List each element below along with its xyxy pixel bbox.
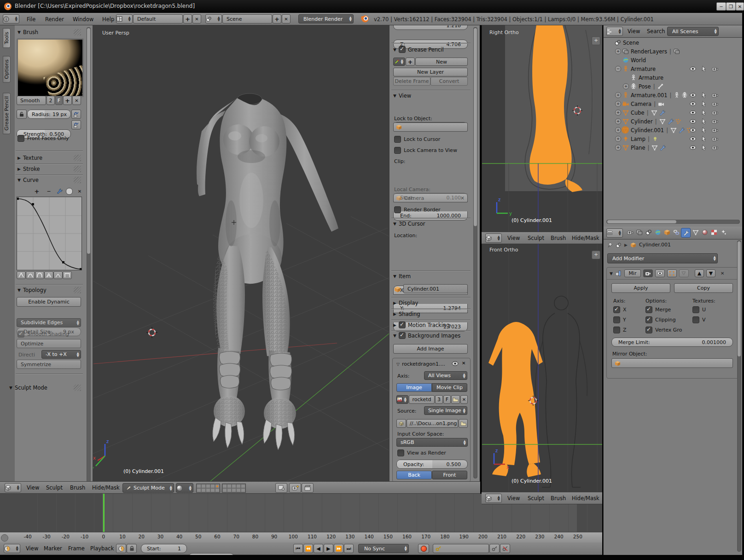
editor-type-button[interactable]: ▲▼ [485, 494, 502, 503]
grease-pencil-new-button[interactable]: New [415, 58, 468, 66]
layout-delete-button[interactable] [192, 14, 201, 23]
axis-checkbox[interactable]: Z [613, 327, 627, 333]
viewport-menu-sculpt[interactable]: Sculpt [46, 484, 63, 491]
curve-preset-sharp[interactable] [17, 271, 26, 279]
brush-fake-user-button[interactable]: F [55, 96, 63, 105]
outliner-item-lamp[interactable]: +Lamp| [604, 134, 743, 143]
curve-preset-round[interactable] [35, 271, 44, 279]
brush-preview[interactable] [17, 38, 84, 97]
lock-frame-range-button[interactable] [127, 544, 137, 553]
bg-image-remove-button[interactable] [462, 360, 465, 366]
colorspace-select[interactable]: sRGB▲▼ [396, 438, 468, 447]
option-checkbox[interactable]: Merge [645, 306, 682, 313]
delete-frame-button[interactable]: Delete Frame [393, 77, 430, 86]
viewport-front-ortho[interactable]: zx Front Ortho (0) Cylinder.001 + [482, 244, 602, 492]
timeline-editor-type-button[interactable]: ▲▼ [4, 544, 20, 553]
next-keyframe-button[interactable]: ⏩ [334, 544, 343, 553]
expand-toggle[interactable]: + [615, 145, 621, 151]
scene-add-button[interactable] [273, 14, 281, 23]
selectability-pointer-icon[interactable] [701, 110, 708, 116]
outliner-menu-search[interactable]: Search [647, 28, 665, 35]
image-users-button[interactable]: 3 [435, 395, 443, 404]
render-engine-select[interactable]: Blender Render ▲▼ [298, 14, 354, 23]
renderability-camera-icon[interactable] [712, 92, 719, 98]
render-opengl-anim-button[interactable] [302, 483, 314, 493]
visibility-eye-icon[interactable] [690, 145, 697, 151]
keying-set-field[interactable] [433, 544, 489, 553]
curve-panel-header[interactable]: ▼Curve [17, 177, 39, 183]
outliner-item-label[interactable]: Armature.001 [631, 92, 668, 99]
expand-toggle[interactable]: + [615, 101, 621, 107]
tab-grease-pencil[interactable]: Grease Pencil [3, 93, 11, 134]
menu-view[interactable]: View [507, 235, 520, 241]
curve-preset-constant[interactable] [63, 271, 72, 279]
view-panel-header[interactable]: ▼View [393, 93, 411, 99]
outliner-item-label[interactable]: Lamp [631, 136, 645, 142]
option-checkbox[interactable]: Clipping [645, 316, 682, 323]
copy-button[interactable]: Copy [674, 283, 733, 293]
visibility-eye-icon[interactable] [690, 136, 697, 142]
panel-drag-widget[interactable] [74, 166, 81, 172]
selectability-pointer-icon[interactable] [701, 145, 708, 151]
scene-balls-icon[interactable] [616, 242, 622, 248]
grease-pencil-panel-header[interactable]: ▼Grease Pencil [393, 46, 444, 53]
layout-add-button[interactable] [183, 14, 192, 23]
menu-file[interactable]: File [27, 16, 35, 23]
prev-keyframe-button[interactable]: ⏪ [303, 544, 313, 553]
menu-sculpt[interactable]: Sculpt [528, 235, 544, 241]
outliner-item-label[interactable]: Armature [639, 75, 663, 81]
brush-unlink-button[interactable] [72, 96, 81, 105]
sculpt-mode-panel-header[interactable]: ▼Sculpt Mode [9, 385, 47, 391]
outliner-item-cube[interactable]: +Cube| [604, 108, 743, 117]
properties-tab-scene[interactable] [644, 228, 653, 237]
curve-preset-root[interactable] [44, 271, 53, 279]
brush-panel-header[interactable]: ▼Brush [17, 29, 38, 35]
transform-y-field[interactable]: 1.218 [393, 25, 468, 30]
symmetrize-direction-select[interactable]: -X to +X▲▼ [41, 350, 81, 359]
expand-toggle[interactable]: + [615, 92, 621, 98]
menu-brush[interactable]: Brush [551, 495, 566, 502]
modifier-move-up-button[interactable]: ▲ [695, 269, 704, 277]
screen-layout-field[interactable]: Default [133, 14, 183, 23]
renderability-camera-icon[interactable] [712, 110, 719, 116]
curve-tools-wrench-icon[interactable] [56, 188, 63, 194]
editor-type-button[interactable]: ▲▼ [5, 483, 21, 492]
local-camera-field[interactable]: Camera✕ [393, 193, 468, 203]
grease-pencil-enable-checkbox[interactable] [399, 46, 406, 53]
outliner-item-label[interactable]: Armature [631, 66, 656, 72]
outliner-menu-view[interactable]: View [628, 28, 640, 35]
visibility-eye-icon[interactable] [690, 66, 697, 72]
timeline-menu-playback[interactable]: Playback [90, 545, 114, 552]
n-panel-scrollbar[interactable] [473, 27, 477, 478]
menu-render[interactable]: Render [45, 16, 64, 23]
panel-drag-widget[interactable] [74, 29, 81, 35]
curve-clipping-toggle[interactable] [66, 188, 73, 195]
modifier-name-field[interactable]: Mir [624, 269, 641, 277]
curve-delete-button[interactable] [76, 187, 84, 195]
filepath-field[interactable]: //..\Docu…on1.png [407, 419, 458, 428]
panel-plus-tab[interactable]: + [592, 251, 600, 259]
menu-window[interactable]: Window [73, 16, 93, 23]
scene-delete-button[interactable] [282, 14, 291, 23]
modifier-cage-toggle[interactable] [679, 269, 689, 277]
outliner-item-label[interactable]: Pose [639, 83, 651, 90]
lock-camera-to-view-checkbox[interactable]: Lock Camera to View [394, 147, 457, 154]
opacity-slider[interactable]: Opacity:0.500 [396, 460, 468, 469]
viewport-right-ortho[interactable]: zy Right Ortho (0) Cylinder.001 + [482, 25, 602, 232]
source-select[interactable]: Single Image▲▼ [424, 406, 467, 415]
viewport-shading-select[interactable]: ▲▼ [176, 483, 193, 493]
visibility-eye-icon[interactable] [690, 101, 697, 107]
outliner-scope-select[interactable]: All Scenes▲▼ [667, 27, 719, 36]
minimize-button[interactable]: ─ [716, 2, 726, 11]
breadcrumb-object[interactable]: Cylinder.001 [639, 242, 671, 248]
image-unlink-button[interactable] [460, 395, 468, 404]
timeline-menu-frame[interactable]: Frame [68, 545, 85, 552]
visibility-eye-icon[interactable] [690, 127, 697, 133]
bg-axis-select[interactable]: All Views▲▼ [424, 371, 467, 380]
selectability-pointer-icon[interactable] [701, 127, 708, 133]
convert-button[interactable]: Convert [430, 77, 468, 86]
view-as-render-checkbox[interactable]: View as Render [397, 449, 446, 456]
shading-panel-header[interactable]: ▶Shading [393, 311, 420, 317]
menu-hidemask[interactable]: Hide/Mask [572, 495, 599, 502]
outliner-item-camera[interactable]: +Camera| [604, 99, 743, 108]
